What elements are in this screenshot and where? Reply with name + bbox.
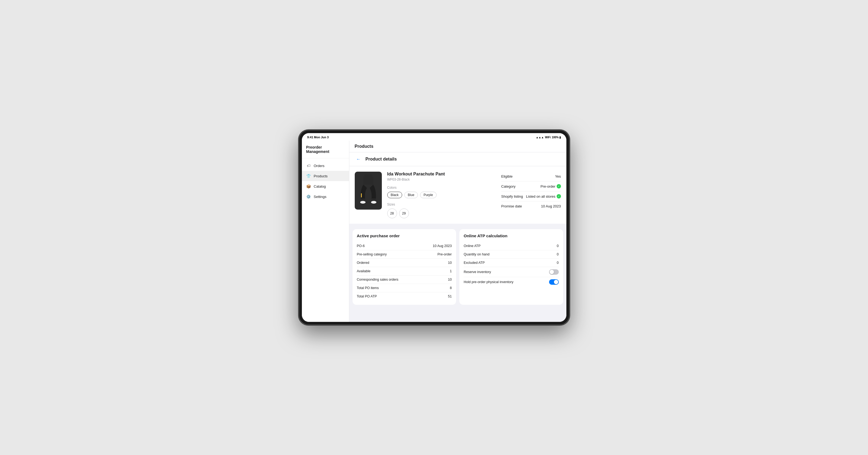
- breadcrumb: Products: [349, 141, 566, 152]
- svg-point-4: [360, 201, 366, 204]
- color-chip-black[interactable]: Black: [387, 192, 402, 198]
- battery-shape: ▮: [559, 136, 561, 139]
- app-title: Preorder Management: [302, 145, 349, 158]
- eligible-value: Yes: [555, 174, 561, 178]
- po-label-4: Corresponding sales orders: [357, 278, 399, 281]
- status-time: 9:41 Mon Jun 3: [307, 135, 329, 139]
- promise-date-value: 10 Aug 2023: [541, 204, 561, 208]
- atp-label-0: Online ATP: [464, 244, 480, 248]
- size-chip-28[interactable]: 28: [387, 209, 397, 218]
- meta-category: Category Pre-order ✓: [501, 181, 561, 191]
- po-label-6: Total PO ATP: [357, 295, 377, 298]
- atp-row-0: Online ATP 0: [464, 242, 559, 250]
- purchase-order-card: Active purchase order PO-6 10 Aug 2023 P…: [352, 229, 456, 305]
- meta-shopify: Shopify listing Listed on all stores ✓: [501, 191, 561, 202]
- atp-row-4: Hold pre-order physical inventory: [464, 277, 559, 287]
- products-icon: 👕: [306, 174, 311, 178]
- atp-title: Online ATP calculation: [464, 234, 559, 238]
- colors-row: Black Blue Purple: [387, 192, 496, 198]
- product-sku: WP03-28-Black: [387, 178, 496, 181]
- device-screen: 9:41 Mon Jun 3 ▲▲▲ WiFi 100% ▮ Preorder …: [302, 133, 566, 322]
- atp-label-1: Quantity on hand: [464, 252, 489, 256]
- category-check-icon: ✓: [557, 184, 561, 188]
- sidebar-item-orders[interactable]: 🏷 Orders: [302, 160, 349, 171]
- eligible-label: Eligible: [501, 174, 513, 178]
- battery-percent: 100%: [552, 136, 559, 139]
- reserve-inventory-toggle[interactable]: [549, 269, 559, 275]
- sidebar-item-catalog-label: Catalog: [314, 184, 326, 188]
- colors-label: Colors: [387, 186, 496, 189]
- main-content: Products ← Product details: [349, 141, 566, 322]
- size-chip-29[interactable]: 29: [399, 209, 409, 218]
- color-chip-purple[interactable]: Purple: [420, 192, 437, 198]
- purchase-order-title: Active purchase order: [357, 234, 452, 238]
- atp-row-2: Excluded ATP 0: [464, 259, 559, 267]
- po-row-3: Available 1: [357, 267, 452, 275]
- wifi-icon: WiFi: [545, 136, 551, 139]
- catalog-icon: 📦: [306, 184, 311, 189]
- sidebar-item-settings[interactable]: ⚙️ Settings: [302, 191, 349, 202]
- product-info: Ida Workout Parachute Pant WP03-28-Black…: [349, 166, 566, 224]
- sidebar: Preorder Management 🏷 Orders 👕 Products …: [302, 141, 349, 322]
- page-title: Product details: [366, 157, 397, 161]
- svg-rect-2: [361, 199, 365, 201]
- atp-label-3: Reserve inventory: [464, 270, 491, 274]
- po-value-0: 10 Aug 2023: [433, 244, 452, 248]
- sidebar-item-products-label: Products: [314, 174, 328, 178]
- meta-eligible: Eligible Yes: [501, 172, 561, 181]
- cards-section: Active purchase order PO-6 10 Aug 2023 P…: [349, 226, 566, 308]
- po-label-0: PO-6: [357, 244, 365, 248]
- product-image: [355, 172, 382, 210]
- battery-icon: 100% ▮: [552, 136, 561, 139]
- category-value: Pre-order ✓: [540, 184, 561, 188]
- settings-icon: ⚙️: [306, 194, 311, 199]
- sidebar-item-orders-label: Orders: [314, 164, 324, 168]
- page-header: ← Product details: [349, 152, 566, 166]
- po-row-6: Total PO ATP 51: [357, 292, 452, 300]
- shopify-label: Shopify listing: [501, 194, 523, 199]
- svg-point-5: [371, 201, 376, 204]
- po-row-5: Total PO items 8: [357, 284, 452, 292]
- meta-promise-date: Promise date 10 Aug 2023: [501, 202, 561, 211]
- atp-value-1: 0: [557, 252, 559, 256]
- shopify-value: Listed on all stores ✓: [526, 194, 561, 199]
- atp-label-4: Hold pre-order physical inventory: [464, 280, 513, 284]
- app-container: Preorder Management 🏷 Orders 👕 Products …: [302, 141, 566, 322]
- po-value-6: 51: [448, 295, 452, 298]
- svg-rect-6: [361, 193, 362, 198]
- atp-value-0: 0: [557, 244, 559, 248]
- sizes-label: Sizes: [387, 203, 496, 206]
- toggle-knob-reserve: [550, 270, 554, 274]
- product-name: Ida Workout Parachute Pant: [387, 172, 496, 177]
- status-icons: ▲▲▲ WiFi 100% ▮: [536, 136, 561, 139]
- po-value-1: Pre-order: [437, 252, 452, 256]
- atp-label-2: Excluded ATP: [464, 261, 485, 265]
- po-label-5: Total PO items: [357, 286, 379, 290]
- atp-value-2: 0: [557, 261, 559, 265]
- product-svg: [358, 173, 379, 208]
- svg-rect-3: [371, 199, 376, 201]
- sidebar-item-catalog[interactable]: 📦 Catalog: [302, 181, 349, 191]
- signal-icon: ▲▲▲: [536, 136, 544, 139]
- atp-card: Online ATP calculation Online ATP 0 Quan…: [459, 229, 563, 305]
- category-label: Category: [501, 184, 516, 188]
- po-label-1: Pre-selling category: [357, 252, 387, 256]
- sidebar-item-products[interactable]: 👕 Products: [302, 171, 349, 181]
- orders-icon: 🏷: [306, 163, 311, 168]
- hold-preorder-toggle[interactable]: [549, 279, 559, 285]
- po-row-0: PO-6 10 Aug 2023: [357, 242, 452, 250]
- po-row-2: Ordered 10: [357, 259, 452, 267]
- product-meta: Eligible Yes Category Pre-order ✓: [501, 172, 561, 211]
- po-value-2: 10: [448, 261, 452, 265]
- po-value-3: 1: [450, 269, 452, 273]
- color-chip-blue[interactable]: Blue: [404, 192, 418, 198]
- shopify-check-icon: ✓: [557, 194, 561, 199]
- promise-date-label: Promise date: [501, 204, 522, 208]
- atp-row-1: Quantity on hand 0: [464, 250, 559, 259]
- back-button[interactable]: ←: [355, 156, 362, 162]
- atp-row-3: Reserve inventory: [464, 267, 559, 277]
- po-row-1: Pre-selling category Pre-order: [357, 250, 452, 259]
- product-details-text: Ida Workout Parachute Pant WP03-28-Black…: [387, 172, 496, 218]
- po-row-4: Corresponding sales orders 10: [357, 275, 452, 284]
- sizes-row: 28 29: [387, 209, 496, 218]
